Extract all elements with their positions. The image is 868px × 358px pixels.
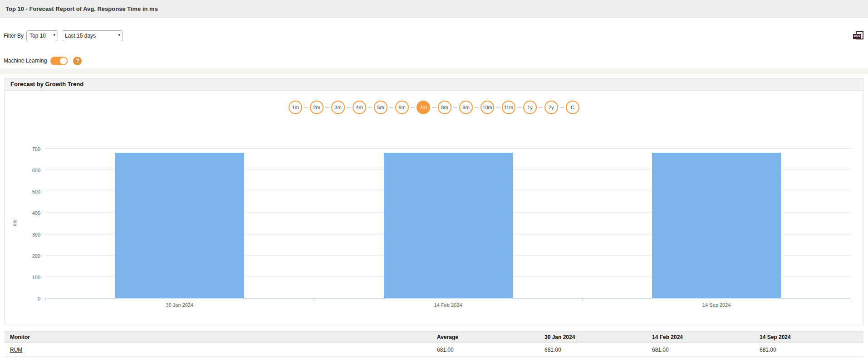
x-axis-label: 30 Jan 2024 xyxy=(166,302,194,308)
range-button-7m[interactable]: 7m xyxy=(417,101,430,114)
column-header-14-sep-2024: 14 Sep 2024 xyxy=(756,331,863,343)
column-header-monitor: Monitor xyxy=(5,331,433,343)
range-connector xyxy=(451,107,459,108)
range-connector xyxy=(515,107,523,108)
range-connector xyxy=(430,107,438,108)
machine-learning-label: Machine Learning xyxy=(4,58,47,64)
range-button-9m[interactable]: 9m xyxy=(459,101,473,114)
range-button-4m[interactable]: 4m xyxy=(353,101,366,114)
x-axis-label: 14 Sep 2024 xyxy=(702,302,731,308)
range-connector xyxy=(558,107,566,108)
range-button-2m[interactable]: 2m xyxy=(310,101,324,114)
monitor-link[interactable]: RUM xyxy=(10,347,22,353)
gridline xyxy=(45,148,851,149)
y-axis-tick-label: 500 xyxy=(32,189,40,194)
range-connector xyxy=(473,107,481,108)
value-cell: 681.00 xyxy=(648,343,756,357)
forecast-panel-header: Forecast by Growth Trend xyxy=(5,78,863,91)
column-header-14-feb-2024: 14 Feb 2024 xyxy=(648,331,756,343)
range-button-1m[interactable]: 1m xyxy=(289,101,302,114)
y-axis-tick-label: 400 xyxy=(32,210,40,216)
range-connector xyxy=(366,107,374,108)
top-n-select[interactable]: Top 10 xyxy=(26,30,58,41)
range-connector xyxy=(324,107,331,108)
range-connector xyxy=(302,107,310,108)
range-connector xyxy=(387,107,395,108)
bar-14 Feb 2024[interactable] xyxy=(384,153,513,298)
bar-14 Sep 2024[interactable] xyxy=(652,153,781,298)
x-axis-tickmark xyxy=(314,299,314,301)
range-button-C[interactable]: C xyxy=(566,101,579,114)
table-row: RUM681.00681.00681.00681.00 xyxy=(5,343,863,357)
monitor-table: MonitorAverage30 Jan 202414 Feb 202414 S… xyxy=(5,331,863,357)
y-axis-tick-label: 200 xyxy=(32,253,40,259)
y-axis-tick-label: 100 xyxy=(32,275,40,280)
filter-row: Filter By Top 10 ▾ Last 15 days ▾ CSV xyxy=(0,30,868,42)
range-button-1y[interactable]: 1y xyxy=(523,101,537,114)
machine-learning-row: Machine Learning ? xyxy=(0,56,868,66)
filter-by-label: Filter By xyxy=(4,33,24,39)
section-divider xyxy=(0,68,868,74)
forecast-panel-title: Forecast by Growth Trend xyxy=(5,78,863,90)
chart-plot: 010020030040050060070030 Jan 202414 Feb … xyxy=(45,149,851,299)
range-button-10m[interactable]: 10m xyxy=(481,101,494,114)
table-body: RUM681.00681.00681.00681.00 xyxy=(5,343,863,357)
toggle-knob-icon xyxy=(60,58,67,64)
column-header-average: Average xyxy=(433,331,541,343)
machine-learning-toggle[interactable] xyxy=(50,57,68,65)
column-header-30-jan-2024: 30 Jan 2024 xyxy=(541,331,648,343)
table-header-row: MonitorAverage30 Jan 202414 Feb 202414 S… xyxy=(5,331,863,343)
period-select-wrap: Last 15 days ▾ xyxy=(62,30,123,41)
csv-icon-label: CSV xyxy=(853,34,861,39)
range-connector xyxy=(537,107,544,108)
range-button-11m[interactable]: 11m xyxy=(502,101,515,114)
x-axis-tickmark xyxy=(45,299,46,301)
range-button-6m[interactable]: 6m xyxy=(395,101,409,114)
range-button-8m[interactable]: 8m xyxy=(438,101,451,114)
y-axis-tick-label: 300 xyxy=(32,232,40,237)
y-axis-tick-label: 600 xyxy=(32,168,40,173)
x-axis-label: 14 Feb 2024 xyxy=(434,302,462,308)
csv-export-button[interactable]: CSV xyxy=(853,31,863,40)
page-title-bar: Top 10 - Forecast Report of Avg. Respons… xyxy=(0,0,868,18)
value-cell: 681.00 xyxy=(756,343,863,357)
page-title: Top 10 - Forecast Report of Avg. Respons… xyxy=(0,0,868,18)
range-button-2y[interactable]: 2y xyxy=(544,101,558,114)
forecast-panel: Forecast by Growth Trend 1m2m3m4m5m6m7m8… xyxy=(5,78,863,325)
range-button-3m[interactable]: 3m xyxy=(331,101,345,114)
y-axis-title: ms xyxy=(12,220,17,227)
help-icon[interactable]: ? xyxy=(73,57,82,65)
range-selector: 1m2m3m4m5m6m7m8m9m10m11m1y2yC xyxy=(5,101,863,114)
value-cell: 681.00 xyxy=(541,343,648,357)
range-button-5m[interactable]: 5m xyxy=(374,101,387,114)
y-axis-tick-label: 700 xyxy=(32,146,40,152)
period-select[interactable]: Last 15 days xyxy=(62,30,123,41)
x-axis-tickmark xyxy=(582,299,583,301)
y-axis-tick-label: 0 xyxy=(38,296,40,301)
bar-30 Jan 2024[interactable] xyxy=(115,153,244,298)
range-connector xyxy=(345,107,353,108)
forecast-chart: ms 010020030040050060070030 Jan 202414 F… xyxy=(5,114,863,325)
value-cell: 681.00 xyxy=(433,343,541,357)
x-axis-tickmark xyxy=(851,299,851,301)
range-connector xyxy=(409,107,417,108)
range-connector xyxy=(494,107,502,108)
monitor-cell: RUM xyxy=(5,343,433,357)
top-n-select-wrap: Top 10 ▾ xyxy=(26,30,58,41)
